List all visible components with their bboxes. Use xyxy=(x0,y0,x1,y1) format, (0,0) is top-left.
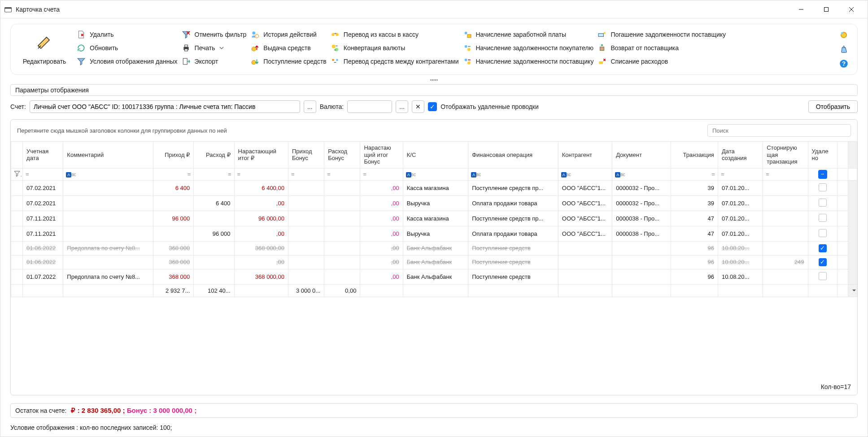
col-deleted[interactable]: Удале но xyxy=(808,142,837,169)
svg-rect-3 xyxy=(824,7,829,11)
table-row[interactable]: 07.11.202196 00096 000,00,00Касса магази… xyxy=(11,211,857,226)
svg-point-25 xyxy=(467,48,471,51)
return-icon xyxy=(598,44,606,52)
col-running[interactable]: Нарастающий итог ₽ xyxy=(234,142,288,169)
currency-clear-button[interactable]: ✕ xyxy=(412,100,424,113)
totals-row: 2 932 7... 102 40... 3 000 0... 0,00 xyxy=(11,284,857,297)
minimize-button[interactable] xyxy=(789,0,814,18)
col-doc[interactable]: Документ xyxy=(612,142,671,169)
table-row[interactable]: 07.11.202196 000,00,00ВыручкаОплата прод… xyxy=(11,226,857,241)
svg-rect-31 xyxy=(599,61,603,64)
currency-input[interactable] xyxy=(347,100,392,113)
delete-button[interactable]: Удалить xyxy=(77,30,178,39)
resize-grip[interactable]: ••••• xyxy=(10,78,858,82)
col-comment[interactable]: Комментарий xyxy=(63,142,153,169)
payroll-button[interactable]: Начисление заработной платы xyxy=(463,30,594,39)
svg-point-29 xyxy=(604,32,606,34)
window: Карточка счета Редактировать Удалить Обн… xyxy=(0,0,868,437)
balance-bonus: Бонус : 3 000 000,00 ; xyxy=(127,407,196,414)
params-row: Счет: ... Валюта: ... ✕ ✓ Отображать уда… xyxy=(10,100,858,113)
col-bonus-in[interactable]: Приход Бонус xyxy=(288,142,324,169)
refresh-button[interactable]: Обновить xyxy=(77,44,178,52)
col-expense[interactable]: Расход ₽ xyxy=(194,142,234,169)
table-row[interactable]: 01.07.2022Предоплата по счету №8...368 0… xyxy=(11,269,857,284)
account-label: Счет: xyxy=(10,103,26,110)
edit-label: Редактировать xyxy=(23,58,66,65)
money-group-icon[interactable] xyxy=(839,30,848,39)
col-created[interactable]: Дата создания xyxy=(718,142,763,169)
balance-rub: ₽ : 2 830 365,00 ; xyxy=(71,407,125,414)
show-deleted-checkbox[interactable]: ✓ xyxy=(428,102,437,111)
table-row[interactable]: 07.02.20216 4006 400,00,00Касса магазина… xyxy=(11,180,857,195)
params-header: Параметры отображения xyxy=(10,84,858,96)
svg-point-15 xyxy=(252,61,256,65)
export-icon xyxy=(182,57,190,65)
data-table: Учетная дата Комментарий Приход ₽ Расход… xyxy=(11,141,857,297)
condition-line: Условие отображения : кол-во последних з… xyxy=(10,424,858,431)
svg-rect-30 xyxy=(600,47,604,51)
supplier-debt-button[interactable]: Начисление задолженности поставщику xyxy=(463,57,594,65)
col-cp[interactable]: Контрагент xyxy=(558,142,612,169)
svg-point-33 xyxy=(841,32,843,35)
account-browse-button[interactable]: ... xyxy=(304,100,316,113)
funnel-x-icon xyxy=(182,30,190,39)
svg-rect-1 xyxy=(5,7,12,9)
app-icon xyxy=(4,5,12,13)
display-button[interactable]: Отобразить xyxy=(808,100,858,113)
export-button[interactable]: Экспорт xyxy=(182,57,247,65)
svg-text:?: ? xyxy=(842,61,846,67)
col-finop[interactable]: Финансовая операция xyxy=(468,142,558,169)
svg-point-19 xyxy=(335,48,338,51)
chevron-down-icon xyxy=(219,46,224,50)
account-input[interactable] xyxy=(30,100,300,113)
help-icon[interactable]: ? xyxy=(839,59,848,68)
currency-convert-button[interactable]: Конвертация валюты xyxy=(331,44,459,52)
money-up-icon xyxy=(251,44,259,52)
col-bonus-out[interactable]: Расход Бонус xyxy=(324,142,360,169)
search-input[interactable] xyxy=(707,124,851,137)
filter-row[interactable]: = Aвс ====== Aвс Aвс Aвс Aвс === − xyxy=(11,168,857,180)
print-button[interactable]: Печать xyxy=(182,44,247,52)
svg-rect-10 xyxy=(184,49,188,51)
supplier-return-button[interactable]: Возврат от поставщика xyxy=(598,44,726,52)
filter-funnel-icon[interactable] xyxy=(14,170,20,177)
svg-point-14 xyxy=(252,47,256,51)
col-ks[interactable]: К/С xyxy=(403,142,468,169)
close-button[interactable] xyxy=(839,0,864,18)
edit-button[interactable]: Редактировать xyxy=(20,30,69,68)
show-deleted-label: Отображать удаленные проводки xyxy=(441,103,539,110)
debt-out-icon xyxy=(463,57,471,65)
writeoff-icon xyxy=(598,57,606,65)
scrollbar[interactable] xyxy=(848,180,857,284)
svg-point-27 xyxy=(467,61,471,65)
svg-point-21 xyxy=(336,59,338,61)
col-tx[interactable]: Транзакция xyxy=(671,142,718,169)
money-down-icon xyxy=(251,57,259,65)
pencil-icon xyxy=(36,34,53,51)
col-income[interactable]: Приход ₽ xyxy=(153,142,193,169)
deposit-button[interactable]: Поступление средств xyxy=(251,57,326,65)
cancel-filter-button[interactable]: Отменить фильтр xyxy=(182,30,247,39)
col-date[interactable]: Учетная дата xyxy=(23,142,63,169)
money-bag-icon[interactable] xyxy=(839,45,848,54)
display-conditions-button[interactable]: Условия отображения данных xyxy=(77,57,178,65)
history-button[interactable]: История действий xyxy=(251,30,326,39)
writeoff-button[interactable]: Списание расходов xyxy=(598,57,726,65)
pay-supplier-icon xyxy=(598,30,606,39)
counterparty-transfer-button[interactable]: Перевод средств между контрагентами xyxy=(331,57,459,65)
col-bonus-run[interactable]: Нарастаю щий итог Бонус xyxy=(360,142,403,169)
currency-browse-button[interactable]: ... xyxy=(396,100,408,113)
maximize-button[interactable] xyxy=(814,0,839,18)
col-rev[interactable]: Сторнирую щая транзакция xyxy=(763,142,808,169)
titlebar: Карточка счета xyxy=(0,0,868,18)
withdraw-button[interactable]: Выдача средств xyxy=(251,44,326,52)
scroll-down-icon[interactable] xyxy=(852,288,856,293)
transfer-icon xyxy=(331,30,339,39)
supplier-payment-button[interactable]: Погашение задолженности поставщику xyxy=(598,30,726,39)
cash-transfer-button[interactable]: Перевод из кассы в кассу xyxy=(331,30,459,39)
table-row[interactable]: 01.06.2022Предоплата по счету №8... 368 … xyxy=(11,241,857,255)
customer-debt-button[interactable]: Начисление задолженности покупателю xyxy=(463,44,594,52)
page-x-icon xyxy=(77,30,85,39)
table-row[interactable]: 01.06.2022 368 000 ,00 ,00Банк Альфабанк… xyxy=(11,255,857,269)
table-row[interactable]: 07.02.20216 400,00,00ВыручкаОплата прода… xyxy=(11,195,857,211)
